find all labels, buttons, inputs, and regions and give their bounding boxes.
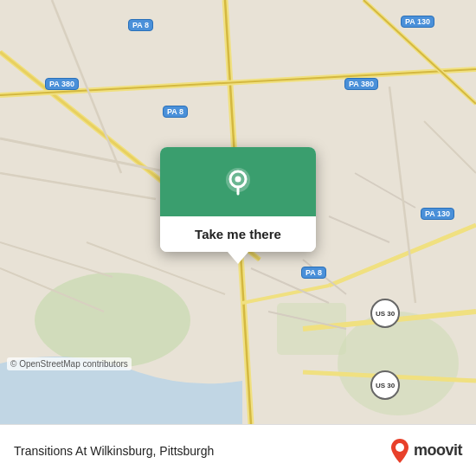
moovit-brand-text: moovit	[414, 441, 462, 460]
road-badge-pa130-right: PA 130	[421, 208, 454, 220]
svg-point-1	[35, 273, 190, 368]
map-attribution: © OpenStreetMap contributors	[7, 357, 132, 370]
svg-point-35	[396, 443, 404, 452]
take-me-there-button[interactable]: Take me there	[160, 216, 316, 252]
road-badge-us30-lower: US 30	[370, 370, 400, 400]
location-pin-icon	[219, 164, 257, 203]
bottom-bar: Transitions At Wilkinsburg, Pittsburgh m…	[0, 424, 476, 476]
road-badge-pa8-lower: PA 8	[301, 267, 326, 279]
svg-point-34	[235, 176, 241, 182]
svg-point-2	[338, 312, 459, 415]
location-name: Transitions At Wilkinsburg, Pittsburgh	[14, 444, 389, 458]
road-badge-pa8-mid: PA 8	[163, 106, 188, 118]
map-container: PA 8 PA 130 PA 380 PA 380 PA 8 PA 130 PA…	[0, 0, 476, 424]
popup-tail	[228, 252, 248, 264]
popup-card: Take me there	[160, 147, 316, 252]
popup-header	[160, 147, 316, 216]
road-badge-pa380-left: PA 380	[45, 78, 79, 90]
moovit-logo: moovit	[389, 439, 462, 463]
road-badge-us30-upper: US 30	[370, 299, 400, 328]
moovit-pin-icon	[389, 439, 410, 463]
road-badge-pa8-top: PA 8	[128, 19, 153, 31]
road-badge-pa130-top: PA 130	[401, 16, 434, 28]
road-badge-pa380-right: PA 380	[344, 78, 378, 90]
